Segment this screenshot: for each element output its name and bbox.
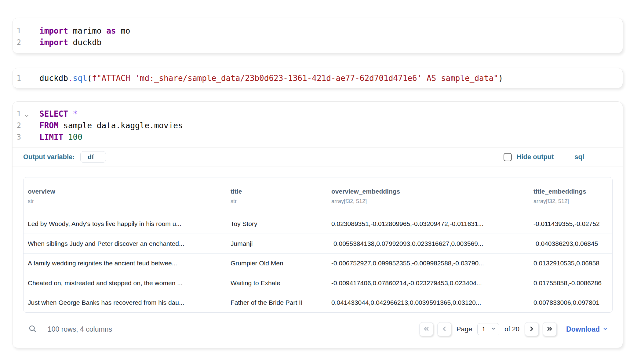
row-count-summary: 100 rows, 4 columns: [48, 325, 112, 333]
code-token: sql: [73, 74, 87, 83]
table-cell: Father of the Bride Part II: [226, 293, 327, 312]
code-line: 1duckdb.sql(f"ATTACH 'md:_share/sample_d…: [13, 72, 623, 84]
code-editor[interactable]: 1SELECT *2FROM sample_data.kaggle.movies…: [13, 102, 623, 147]
column-name: title: [231, 188, 323, 195]
chevron-down-icon: [491, 326, 496, 333]
hide-output-label[interactable]: Hide output: [517, 153, 554, 161]
column-header-title_embeddings[interactable]: title_embeddingsarray[f32, 512]: [529, 177, 612, 214]
gutter-divider: [35, 21, 35, 50]
divider: [564, 152, 564, 162]
chevron-right-icon: [528, 325, 535, 333]
code-token: .: [68, 74, 73, 83]
code-editor[interactable]: 1duckdb.sql(f"ATTACH 'md:_share/sample_d…: [13, 68, 623, 88]
code-cell-attach: 1duckdb.sql(f"ATTACH 'md:_share/sample_d…: [12, 68, 623, 88]
table-row: Just when George Banks has recovered fro…: [24, 293, 612, 312]
sql-cell-toolbar: Output variable: _df Hide output sql: [13, 148, 623, 166]
code-token: mo: [116, 26, 130, 35]
cell-output: overviewstrtitlestroverview_embeddingsar…: [13, 166, 623, 313]
search-icon[interactable]: [28, 325, 37, 334]
chevron-left-icon: [441, 325, 448, 333]
table-cell: 0.023089351,-0.012809965,-0.03209472,-0.…: [327, 214, 529, 234]
code-text: LIMIT 100: [35, 133, 82, 142]
table-row: Led by Woody, Andy's toys live happily i…: [24, 214, 612, 234]
code-token: f"ATTACH 'md:_share/sample_data/23b0d623…: [92, 74, 498, 83]
table-row: A family wedding reignites the ancient f…: [24, 253, 612, 273]
chevrons-left-icon: [423, 325, 430, 333]
table-cell: -0.009417406,0.07860214,-0.023279453,0.0…: [327, 273, 529, 293]
column-header-title[interactable]: titlestr: [226, 177, 327, 214]
code-line: 2FROM sample_data.kaggle.movies: [13, 120, 623, 131]
table-cell: 0.007833006,0.097801: [529, 293, 612, 312]
table-cell: -0.011439355,-0.02752: [529, 214, 612, 234]
sql-cell: 1SELECT *2FROM sample_data.kaggle.movies…: [12, 101, 623, 348]
hide-output-checkbox[interactable]: [504, 153, 512, 161]
code-editor[interactable]: 1import marimo as mo2import duckdb: [13, 18, 623, 53]
page-number-select[interactable]: 1: [477, 323, 499, 335]
pagination: Page 1 of 20: [419, 322, 608, 336]
code-token: (: [87, 74, 92, 83]
code-token: SELECT: [39, 109, 68, 118]
code-text: FROM sample_data.kaggle.movies: [35, 121, 183, 130]
column-dtype: str: [231, 198, 323, 205]
table-cell: Led by Woody, Andy's toys live happily i…: [24, 214, 226, 234]
first-page-button[interactable]: [419, 322, 433, 336]
code-text: SELECT *: [35, 109, 78, 118]
table-cell: 0.0132910535,0.06958: [529, 254, 612, 273]
code-token: import: [39, 38, 68, 47]
table-cell: -0.0055384138,0.07992093,0.023316627,0.0…: [327, 234, 529, 253]
table-cell: A family wedding reignites the ancient f…: [24, 254, 226, 273]
page-number-value: 1: [482, 326, 486, 333]
code-token: as: [106, 26, 116, 35]
chevrons-right-icon: [546, 325, 553, 333]
line-number: 1: [13, 110, 35, 118]
column-dtype: str: [28, 198, 222, 205]
last-page-button[interactable]: [543, 322, 557, 336]
download-label: Download: [566, 325, 600, 333]
table-cell: Grumpier Old Men: [226, 254, 327, 273]
code-text: duckdb.sql(f"ATTACH 'md:_share/sample_da…: [35, 74, 503, 83]
table-header-row: overviewstrtitlestroverview_embeddingsar…: [24, 177, 612, 214]
page-total-label: of 20: [504, 325, 519, 333]
column-name: title_embeddings: [533, 188, 608, 195]
line-number: 2: [13, 38, 35, 47]
page-label: Page: [457, 325, 472, 333]
table-cell: Jumanji: [226, 234, 327, 253]
code-line: 1import marimo as mo: [13, 25, 623, 37]
table-cell: 0.041433044,0.042966213,0.0039591365,0.0…: [327, 293, 529, 312]
prev-page-button[interactable]: [437, 322, 451, 336]
language-badge[interactable]: sql: [574, 153, 584, 161]
table-cell: When siblings Judy and Peter discover an…: [24, 234, 226, 253]
table-cell: -0.040386293,0.06845: [529, 234, 612, 253]
table-body: Led by Woody, Andy's toys live happily i…: [24, 214, 612, 312]
download-button[interactable]: Download: [566, 325, 608, 333]
column-header-overview_embeddings[interactable]: overview_embeddingsarray[f32, 512]: [327, 177, 529, 214]
code-token: *: [73, 109, 78, 118]
output-variable-label: Output variable:: [23, 153, 75, 161]
column-name: overview_embeddings: [331, 188, 525, 195]
column-dtype: array[f32, 512]: [331, 198, 525, 205]
code-text: import duckdb: [35, 38, 102, 47]
column-dtype: array[f32, 512]: [533, 198, 608, 205]
next-page-button[interactable]: [525, 322, 539, 336]
code-token: [68, 109, 73, 118]
code-token: duckdb: [39, 74, 68, 83]
code-token: ): [498, 74, 503, 83]
code-token: marimo: [68, 26, 106, 35]
data-table: overviewstrtitlestroverview_embeddingsar…: [23, 177, 613, 313]
code-token: LIMIT: [39, 133, 63, 142]
chevron-down-icon: [602, 325, 608, 333]
code-text: import marimo as mo: [35, 26, 130, 35]
gutter-divider: [35, 105, 35, 144]
line-number: 1: [13, 27, 35, 35]
column-header-overview[interactable]: overviewstr: [24, 177, 226, 214]
line-number: 3: [13, 133, 35, 141]
line-number: 2: [13, 121, 35, 130]
code-token: FROM: [39, 121, 59, 130]
table-row: When siblings Judy and Peter discover an…: [24, 234, 612, 253]
table-cell: Toy Story: [226, 214, 327, 234]
table-row: Cheated on, mistreated and stepped on, t…: [24, 273, 612, 293]
code-line: 2import duckdb: [13, 37, 623, 48]
code-fold-chevron-icon[interactable]: [24, 112, 29, 120]
gutter-divider: [35, 71, 35, 85]
output-variable-input[interactable]: _df: [80, 151, 106, 163]
